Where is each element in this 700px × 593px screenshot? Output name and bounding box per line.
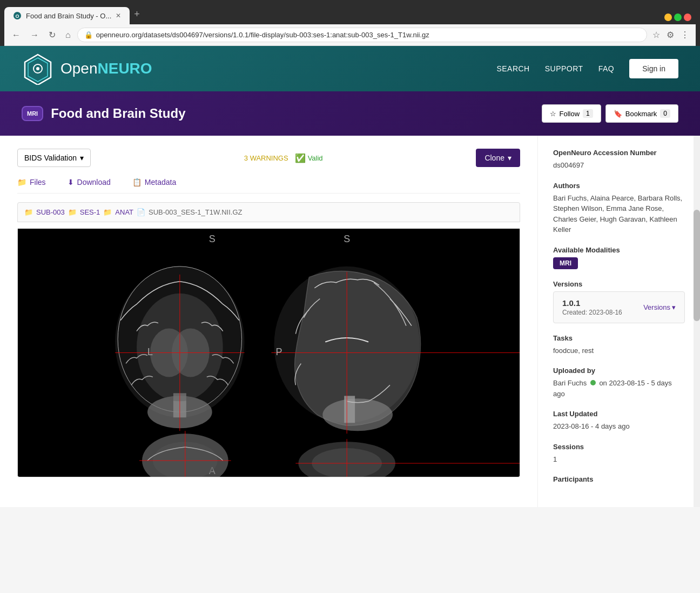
tab-title: Food and Brain Study - O... [26, 12, 111, 20]
modalities-label: Available Modalities [553, 246, 685, 254]
scrollbar-thumb[interactable] [694, 210, 700, 321]
accession-value: ds004697 [553, 160, 685, 171]
new-tab-button[interactable]: + [130, 4, 144, 24]
metadata-label: Metadata [145, 178, 176, 186]
breadcrumb-ses[interactable]: SES-1 [80, 208, 100, 216]
follow-count: 1 [583, 109, 593, 118]
uploaded-label: Uploaded by [553, 367, 685, 375]
bids-label: BIDS Validation [24, 154, 77, 162]
validation-bar: BIDS Validation ▾ 3 WARNINGS ✅ Valid Clo… [17, 149, 520, 167]
download-label: Download [77, 178, 111, 186]
bookmark-count: 0 [660, 109, 670, 118]
label-p: P [275, 347, 282, 357]
refresh-button[interactable]: ↻ [45, 28, 59, 42]
logo-neuro: NEURO [98, 60, 152, 77]
clone-button[interactable]: Clone ▾ [476, 149, 520, 167]
bookmark-star-icon[interactable]: ☆ [650, 28, 662, 42]
last-updated-value: 2023-08-16 - 4 days ago [553, 421, 685, 432]
menu-icon[interactable]: ⋮ [678, 28, 691, 42]
version-info: 1.0.1 Created: 2023-08-16 [562, 298, 622, 316]
file-icon: 📄 [137, 208, 145, 216]
close-tab-icon[interactable]: ✕ [116, 12, 121, 19]
home-button[interactable]: ⌂ [62, 28, 74, 42]
follow-label: Follow [560, 110, 580, 118]
participants-section: Participants [553, 475, 685, 483]
sessions-label: Sessions [553, 443, 685, 451]
warnings-text: 3 WARNINGS [244, 154, 288, 162]
breadcrumb-anat[interactable]: ANAT [115, 208, 133, 216]
site-header: OpenNEURO SEARCH SUPPORT FAQ Sign in [0, 46, 700, 91]
last-updated-label: Last Updated [553, 410, 685, 418]
brain-visualization: S S L P A [18, 229, 520, 477]
left-panel: BIDS Validation ▾ 3 WARNINGS ✅ Valid Clo… [0, 136, 538, 507]
tab-favicon: O [13, 11, 22, 20]
active-tab[interactable]: O Food and Brain Study - O... ✕ [4, 7, 130, 24]
tasks-section: Tasks foodcue, rest [553, 334, 685, 356]
folder-icon-anat: 📁 [103, 208, 112, 216]
authors-section: Authors Bari Fuchs, Alaina Pearce, Barba… [553, 182, 685, 235]
files-nav-item[interactable]: 📁 Files [17, 178, 46, 186]
site-nav: SEARCH SUPPORT FAQ Sign in [496, 59, 678, 78]
folder-icon: 📁 [17, 178, 26, 186]
versions-section: Versions 1.0.1 Created: 2023-08-16 Versi… [553, 280, 685, 323]
metadata-icon: 📋 [132, 178, 142, 186]
bids-validation-select[interactable]: BIDS Validation ▾ [17, 149, 91, 167]
folder-icon-sub: 📁 [24, 208, 33, 216]
versions-label: Versions [553, 280, 685, 288]
breadcrumb-file: SUB-003_SES-1_T1W.NII.GZ [149, 208, 242, 216]
svg-point-5 [36, 67, 39, 70]
close-button[interactable] [684, 14, 691, 21]
window-controls [664, 14, 691, 21]
uploaded-section: Uploaded by Bari Fuchs on 2023-08-15 - 5… [553, 367, 685, 399]
brain-viewer: S S L P A [17, 229, 520, 477]
star-icon: ☆ [550, 110, 556, 118]
logo-area: OpenNEURO [22, 52, 152, 85]
maximize-button[interactable] [674, 14, 682, 21]
browser-toolbar: ← → ↻ ⌂ 🔒 openneuro.org/datasets/ds00469… [4, 24, 696, 46]
svg-text:O: O [15, 14, 19, 19]
label-s-top-left: S [209, 234, 216, 244]
files-label: Files [30, 178, 46, 186]
label-s-top-right: S [344, 234, 350, 244]
extensions-icon[interactable]: ⚙ [664, 28, 676, 42]
logo-open: Open [60, 60, 98, 77]
versions-dropdown-link[interactable]: Versions ▾ [643, 303, 676, 311]
folder-icon-ses: 📁 [68, 208, 77, 216]
logo-text: OpenNEURO [60, 60, 152, 77]
address-bar[interactable]: 🔒 openneuro.org/datasets/ds004697/versio… [77, 28, 647, 42]
bookmark-button[interactable]: 🔖 Bookmark 0 [605, 104, 678, 123]
dataset-title-area: MRI Food and Brain Study [22, 106, 186, 121]
sign-in-button[interactable]: Sign in [629, 59, 678, 78]
minimize-button[interactable] [664, 14, 672, 21]
online-indicator [590, 380, 596, 385]
sessions-section: Sessions 1 [553, 443, 685, 465]
label-l: L [147, 347, 153, 357]
uploader-name: Bari Fuchs [553, 379, 587, 387]
mri-badge: MRI [22, 106, 43, 121]
accession-label: OpenNeuro Accession Number [553, 149, 685, 157]
valid-badge: ✅ Valid [295, 153, 323, 163]
breadcrumb: 📁 SUB-003 📁 SES-1 📁 ANAT 📄 SUB-003_SES-1… [17, 202, 520, 222]
tasks-value: foodcue, rest [553, 345, 685, 356]
forward-button[interactable]: → [27, 28, 42, 42]
follow-button[interactable]: ☆ Follow 1 [542, 104, 601, 123]
openneuro-logo [22, 52, 54, 85]
uploaded-value: Bari Fuchs on 2023-08-15 - 5 days ago [553, 378, 685, 399]
download-nav-item[interactable]: ⬇ Download [68, 178, 111, 186]
participants-label: Participants [553, 475, 685, 483]
breadcrumb-sub[interactable]: SUB-003 [36, 208, 65, 216]
dataset-title: Food and Brain Study [51, 106, 185, 121]
browser-tabs: O Food and Brain Study - O... ✕ + [4, 4, 696, 24]
scrollbar[interactable] [694, 136, 700, 507]
version-date: Created: 2023-08-16 [562, 309, 622, 316]
nav-support[interactable]: SUPPORT [545, 64, 583, 73]
last-updated-section: Last Updated 2023-08-16 - 4 days ago [553, 410, 685, 432]
tasks-label: Tasks [553, 334, 685, 342]
nav-search[interactable]: SEARCH [496, 64, 529, 73]
version-number: 1.0.1 [562, 298, 622, 308]
metadata-nav-item[interactable]: 📋 Metadata [132, 178, 176, 186]
back-button[interactable]: ← [9, 28, 24, 42]
versions-box: 1.0.1 Created: 2023-08-16 Versions ▾ [553, 291, 685, 323]
authors-label: Authors [553, 182, 685, 190]
nav-faq[interactable]: FAQ [598, 64, 615, 73]
